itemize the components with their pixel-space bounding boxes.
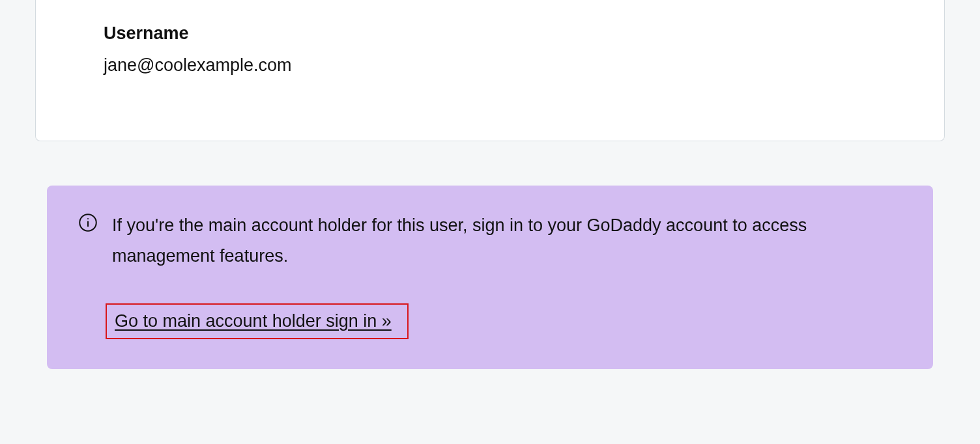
info-icon (78, 213, 98, 232)
main-account-signin-link[interactable]: Go to main account holder sign in » (115, 311, 392, 331)
notice-row: If you're the main account holder for th… (78, 210, 902, 272)
info-notice: If you're the main account holder for th… (47, 186, 933, 369)
notice-message: If you're the main account holder for th… (112, 210, 902, 272)
highlight-box: Go to main account holder sign in » (106, 303, 409, 339)
username-label: Username (104, 23, 876, 44)
svg-point-2 (87, 218, 89, 219)
account-card: Username jane@coolexample.com (35, 0, 945, 141)
username-value: jane@coolexample.com (104, 55, 876, 76)
